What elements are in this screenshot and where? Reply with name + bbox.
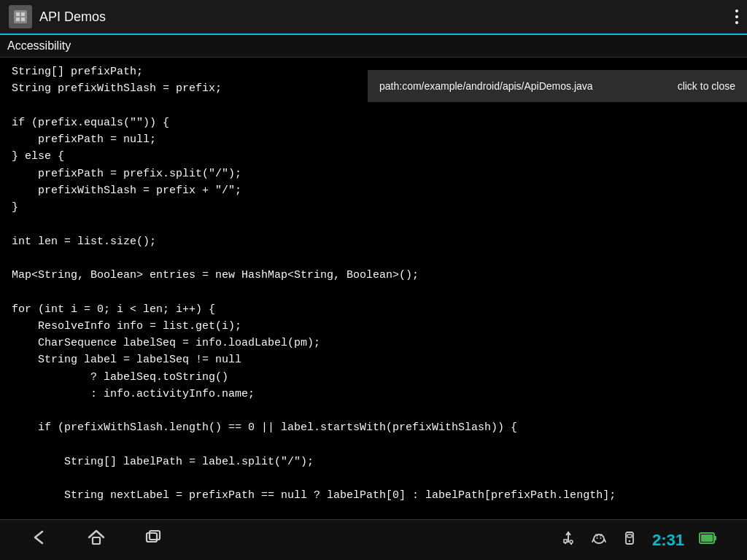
menu-dots-button[interactable]: [735, 9, 738, 24]
header-row: Accessibility path:com/example/android/a…: [0, 35, 747, 58]
svg-rect-2: [21, 12, 25, 16]
svg-rect-24: [701, 534, 713, 542]
nav-right: 2:31: [560, 530, 718, 551]
accessibility-label: Accessibility: [0, 35, 747, 58]
svg-rect-25: [714, 536, 716, 540]
svg-point-13: [594, 534, 604, 543]
svg-point-22: [629, 540, 630, 542]
code-line: prefixWithSlash = prefix + "/";: [12, 182, 735, 199]
battery-icon: [699, 530, 718, 551]
code-line: [12, 250, 735, 267]
svg-rect-1: [16, 12, 20, 16]
nav-bar: 2:31: [0, 519, 747, 560]
code-line: } else {: [12, 148, 735, 165]
recents-button[interactable]: [143, 527, 163, 553]
code-line: ? labelSeq.toString(): [12, 369, 735, 386]
svg-rect-7: [150, 531, 160, 540]
home-button[interactable]: [86, 527, 107, 553]
time-display: 2:31: [652, 531, 684, 550]
svg-rect-10: [570, 540, 573, 543]
nav-left: [29, 527, 163, 553]
code-line: [12, 437, 735, 454]
svg-line-15: [604, 539, 605, 542]
signal-icon: [622, 530, 638, 550]
code-line: [12, 505, 735, 521]
svg-line-14: [592, 539, 594, 542]
svg-rect-21: [627, 534, 632, 537]
code-container: String[] prefixPath;String prefixWithSla…: [0, 58, 747, 520]
code-line: CharSequence labelSeq = info.loadLabel(p…: [12, 335, 735, 351]
code-line: [12, 402, 735, 419]
back-button[interactable]: [29, 527, 50, 553]
svg-rect-4: [21, 18, 25, 21]
code-line: if (prefixWithSlash.length() == 0 || lab…: [12, 419, 735, 436]
svg-rect-9: [564, 540, 567, 542]
android-icon: [591, 530, 607, 550]
code-line: prefixPath = null;: [12, 131, 735, 148]
svg-rect-6: [147, 533, 157, 542]
code-line: : info.activityInfo.name;: [12, 386, 735, 402]
code-line: [12, 216, 735, 233]
path-text: path:com/example/android/apis/ApiDemos.j…: [379, 80, 593, 92]
code-line: int len = list.size();: [12, 233, 735, 250]
code-line: }: [12, 199, 735, 216]
close-link[interactable]: click to close: [678, 80, 735, 92]
title-bar: API Demos: [0, 0, 747, 35]
code-line: prefixPath = prefix.split("/");: [12, 166, 735, 182]
code-line: String nextLabel = prefixPath == null ? …: [12, 487, 735, 504]
code-line: if (prefix.equals("")) {: [12, 114, 735, 131]
svg-rect-5: [93, 537, 100, 544]
menu-dot-2: [735, 15, 738, 18]
code-lines: String[] prefixPath;String prefixWithSla…: [12, 63, 735, 520]
usb-icon: [560, 530, 576, 550]
code-line: String label = labelSeq != null: [12, 351, 735, 368]
code-line: for (int i = 0; i < len; i++) {: [12, 301, 735, 318]
menu-dot-3: [735, 21, 738, 24]
app-title-label: API Demos: [39, 9, 106, 25]
menu-dot-1: [735, 9, 738, 12]
svg-rect-3: [16, 18, 20, 21]
app-icon: [9, 5, 32, 28]
code-line: [12, 284, 735, 300]
code-line: ResolveInfo info = list.get(i);: [12, 318, 735, 335]
code-line: [12, 470, 735, 487]
code-line: String[] labelPath = label.split("/");: [12, 454, 735, 470]
svg-point-17: [600, 537, 601, 539]
svg-rect-0: [14, 10, 27, 23]
path-bar: path:com/example/android/apis/ApiDemos.j…: [368, 70, 747, 102]
code-line: Map<String, Boolean> entries = new HashM…: [12, 267, 735, 284]
title-bar-left: API Demos: [9, 5, 106, 28]
svg-point-16: [596, 537, 597, 539]
